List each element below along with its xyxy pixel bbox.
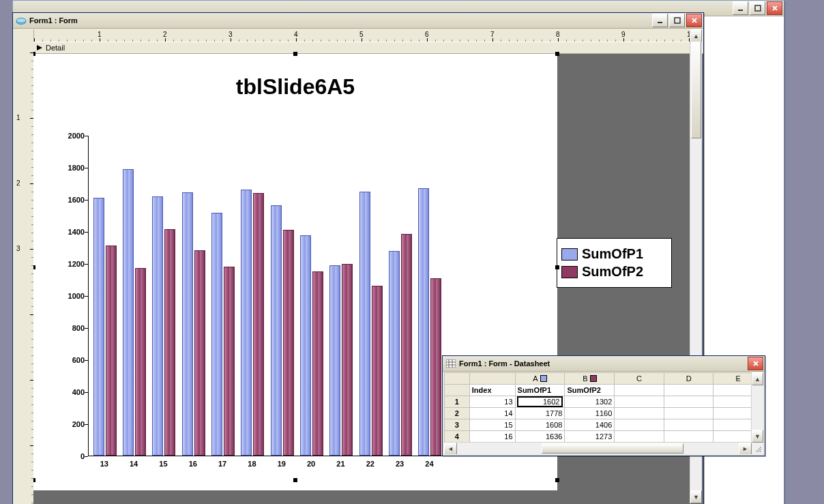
chart-y-tick-label: 200 bbox=[72, 420, 85, 428]
chart-bar bbox=[430, 278, 441, 456]
svg-rect-4 bbox=[658, 22, 662, 23]
chart-x-tick-label: 15 bbox=[159, 460, 167, 468]
chart-x-tick-label: 20 bbox=[307, 460, 315, 468]
detail-arrow-icon bbox=[36, 44, 43, 51]
legend-label: SumOfP2 bbox=[582, 264, 643, 280]
chart-y-tick-label: 1200 bbox=[68, 260, 85, 268]
form-titlebar[interactable]: Form1 : Form bbox=[13, 13, 703, 29]
scroll-up-button[interactable]: ▲ bbox=[690, 29, 702, 42]
chart-bar bbox=[401, 234, 412, 456]
form-maximize-button[interactable] bbox=[669, 14, 685, 27]
scroll-right-button[interactable]: ► bbox=[739, 443, 752, 454]
chart-bar bbox=[106, 246, 117, 456]
chart-y-tick-label: 1000 bbox=[68, 292, 85, 300]
chart-x-tick-label: 17 bbox=[218, 460, 226, 468]
scroll-thumb[interactable] bbox=[542, 443, 684, 454]
chart-y-tick-label: 1800 bbox=[68, 164, 85, 172]
chart-plot-area: 0200400600800100012001400160018002000131… bbox=[88, 136, 443, 456]
chart-bar bbox=[224, 267, 235, 456]
svg-rect-1 bbox=[755, 5, 761, 11]
parent-close-button[interactable] bbox=[767, 1, 782, 15]
svg-rect-6 bbox=[446, 359, 456, 368]
chart-bar bbox=[93, 198, 104, 456]
chart-bar bbox=[271, 205, 282, 456]
form-close-button[interactable] bbox=[686, 14, 702, 27]
parent-minimize-button[interactable] bbox=[733, 1, 748, 15]
chart-bar bbox=[359, 192, 370, 456]
chart-y-tick-label: 800 bbox=[72, 324, 85, 332]
chart-y-tick-label: 1600 bbox=[68, 196, 85, 204]
datasheet-title: Form1 : Form - Datasheet bbox=[459, 359, 748, 368]
chart-bar bbox=[418, 188, 429, 456]
chart-bar bbox=[389, 251, 400, 456]
chart-bar bbox=[283, 230, 294, 456]
legend-swatch-icon bbox=[561, 266, 578, 278]
form-title: Form1 : Form bbox=[29, 16, 652, 25]
chart-y-tick-label: 400 bbox=[72, 388, 85, 396]
chart-bar bbox=[135, 268, 146, 456]
chart-x-tick-label: 14 bbox=[130, 460, 138, 468]
chart-bar bbox=[164, 229, 175, 456]
chart-x-tick-label: 22 bbox=[366, 460, 374, 468]
chart-x-tick-label: 18 bbox=[248, 460, 256, 468]
legend-item: SumOfP1 bbox=[561, 246, 667, 262]
resize-grip[interactable] bbox=[752, 443, 763, 454]
svg-point-3 bbox=[16, 18, 26, 23]
legend-label: SumOfP1 bbox=[582, 246, 643, 262]
chart-y-tick-label: 1400 bbox=[68, 228, 85, 236]
chart-bar bbox=[194, 250, 205, 456]
chart-bar bbox=[182, 192, 193, 456]
chart-x-tick-label: 24 bbox=[425, 460, 433, 468]
chart-x-axis bbox=[88, 456, 443, 456]
chart-x-tick-label: 13 bbox=[100, 460, 108, 468]
scroll-down-button[interactable]: ▼ bbox=[690, 490, 702, 503]
chart-legend[interactable]: SumOfP1 SumOfP2 bbox=[557, 238, 672, 288]
chart-bar bbox=[152, 196, 163, 456]
datasheet-close-button[interactable] bbox=[748, 357, 763, 370]
detail-label: Detail bbox=[46, 44, 65, 52]
chart-bar bbox=[342, 264, 353, 456]
chart-x-tick-label: 21 bbox=[336, 460, 344, 468]
datasheet-grid[interactable]: A B C D E IndexSumOfP1SumOfP211316021302… bbox=[444, 372, 763, 443]
chart-bar bbox=[241, 190, 252, 456]
datasheet-horizontal-scrollbar[interactable]: ◄ ► bbox=[444, 442, 752, 454]
ruler-corner[interactable] bbox=[14, 29, 34, 42]
chart-x-tick-label: 23 bbox=[396, 460, 404, 468]
horizontal-ruler[interactable]: 12345678910 bbox=[34, 29, 690, 42]
datasheet-icon bbox=[445, 358, 456, 369]
form-icon bbox=[16, 15, 27, 26]
chart-y-tick-label: 2000 bbox=[68, 132, 85, 140]
scroll-down-button[interactable]: ▼ bbox=[752, 430, 763, 443]
chart-y-tick-label: 600 bbox=[72, 356, 85, 364]
chart-bar bbox=[300, 235, 311, 456]
legend-item: SumOfP2 bbox=[561, 264, 667, 280]
scroll-thumb[interactable] bbox=[691, 42, 701, 138]
datasheet-titlebar[interactable]: Form1 : Form - Datasheet bbox=[443, 356, 765, 372]
detail-section-bar[interactable]: Detail bbox=[33, 42, 703, 54]
chart-bar bbox=[253, 193, 264, 456]
scroll-left-button[interactable]: ◄ bbox=[444, 443, 457, 454]
datasheet-body: A B C D E IndexSumOfP1SumOfP211316021302… bbox=[444, 372, 763, 454]
chart-title: tblSlide6A5 bbox=[33, 74, 557, 100]
chart-y-axis bbox=[88, 136, 89, 456]
chart-x-tick-label: 16 bbox=[189, 460, 197, 468]
chart-bar bbox=[123, 169, 134, 456]
chart-bar bbox=[329, 265, 340, 456]
legend-swatch-icon bbox=[561, 248, 578, 261]
svg-rect-5 bbox=[675, 18, 680, 23]
datasheet-window[interactable]: Form1 : Form - Datasheet A B C D E Index… bbox=[442, 355, 765, 456]
form-minimize-button[interactable] bbox=[652, 14, 668, 27]
scroll-up-button[interactable]: ▲ bbox=[752, 372, 763, 385]
chart-bar bbox=[372, 286, 383, 456]
chart-bar bbox=[312, 271, 323, 456]
chart-bar bbox=[211, 213, 222, 456]
datasheet-vertical-scrollbar[interactable]: ▲ ▼ bbox=[751, 372, 763, 443]
chart-x-tick-label: 19 bbox=[278, 460, 286, 468]
parent-maximize-button[interactable] bbox=[750, 1, 765, 15]
vertical-ruler[interactable]: 123 bbox=[14, 42, 34, 503]
svg-rect-0 bbox=[738, 10, 743, 11]
chart-y-tick-label: 0 bbox=[80, 452, 85, 460]
